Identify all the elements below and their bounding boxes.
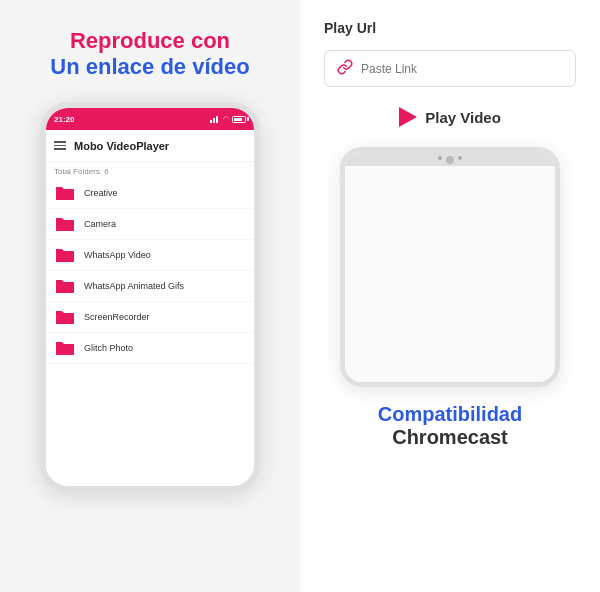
list-item[interactable]: WhatsApp Animated Gifs xyxy=(46,271,254,302)
play-triangle-icon xyxy=(399,107,417,127)
url-input-container[interactable] xyxy=(324,50,576,87)
play-video-label: Play Video xyxy=(425,109,501,126)
list-item[interactable]: Glitch Photo xyxy=(46,333,254,364)
headline-line2: Un enlace de vídeo xyxy=(50,54,249,80)
app-title: Mobo VideoPlayer xyxy=(74,140,169,152)
list-item[interactable]: Creative xyxy=(46,178,254,209)
left-panel: Reproduce con Un enlace de vídeo 21:20 ◠ xyxy=(0,0,300,592)
status-time: 21:20 xyxy=(54,115,74,124)
folder-list: Total Folders: 6 Creative Camera WhatsAp… xyxy=(46,162,254,486)
phone-top-dots xyxy=(345,152,555,166)
phone-inner xyxy=(345,166,555,387)
folder-icon xyxy=(54,339,76,357)
headline: Reproduce con Un enlace de vídeo xyxy=(50,28,249,80)
folder-icon xyxy=(54,246,76,264)
list-item[interactable]: Camera xyxy=(46,209,254,240)
folder-icon xyxy=(54,308,76,326)
phone-mockup-right xyxy=(340,147,560,387)
phone-mockup-left: 21:20 ◠ xyxy=(40,102,260,492)
paste-link-input[interactable] xyxy=(361,62,563,76)
wifi-icon: ◠ xyxy=(223,115,229,123)
status-bar: 21:20 ◠ xyxy=(46,108,254,130)
total-folders-label: Total Folders: 6 xyxy=(46,162,254,178)
play-video-button[interactable]: Play Video xyxy=(324,107,576,127)
signal-icon xyxy=(210,116,220,123)
folder-name: Camera xyxy=(84,219,116,229)
bottom-text: Compatibilidad Chromecast xyxy=(324,403,576,449)
list-item[interactable]: ScreenRecorder xyxy=(46,302,254,333)
battery-icon xyxy=(232,116,246,123)
play-url-label: Play Url xyxy=(324,20,576,36)
folder-name: Glitch Photo xyxy=(84,343,133,353)
status-icons: ◠ xyxy=(210,115,246,123)
headline-line1: Reproduce con xyxy=(50,28,249,54)
folder-name: WhatsApp Animated Gifs xyxy=(84,281,184,291)
link-icon xyxy=(337,59,353,78)
folder-icon xyxy=(54,277,76,295)
folder-icon xyxy=(54,184,76,202)
folder-name: Creative xyxy=(84,188,118,198)
folder-name: WhatsApp Video xyxy=(84,250,151,260)
folder-icon xyxy=(54,215,76,233)
right-panel: Play Url Play Video Compatibilidad Chrom… xyxy=(300,0,600,592)
folder-name: ScreenRecorder xyxy=(84,312,150,322)
hamburger-icon[interactable] xyxy=(54,141,66,150)
bottom-line1: Compatibilidad xyxy=(324,403,576,426)
list-item[interactable]: WhatsApp Video xyxy=(46,240,254,271)
bottom-line2: Chromecast xyxy=(324,426,576,449)
app-bar: Mobo VideoPlayer xyxy=(46,130,254,162)
